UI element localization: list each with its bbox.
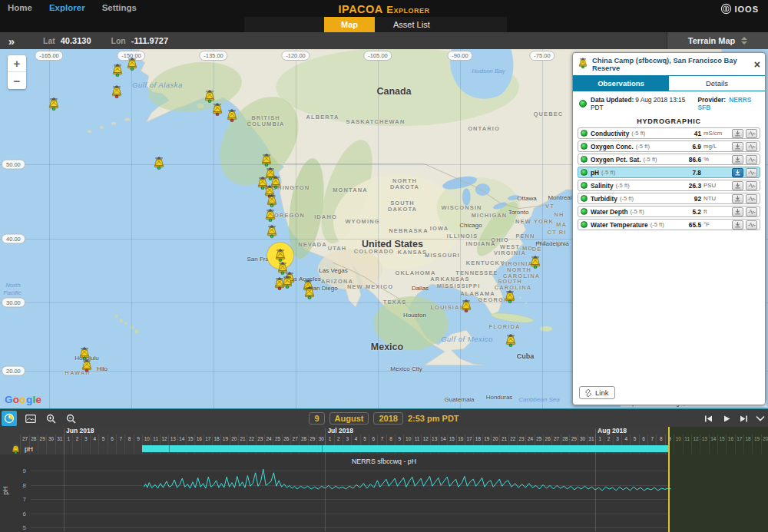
buoy-marker-selected[interactable] xyxy=(274,249,287,262)
year-selector[interactable]: 2018 xyxy=(373,412,402,425)
buoy-marker[interactable] xyxy=(78,347,91,360)
buoy-marker[interactable] xyxy=(111,64,124,77)
buoy-glyph xyxy=(78,347,91,360)
basemap-arrows-icon xyxy=(741,37,747,45)
ioos-logo: IOOS xyxy=(720,3,759,15)
download-button[interactable] xyxy=(732,142,743,151)
buoy-marker[interactable] xyxy=(504,290,517,303)
observation-row[interactable]: Oxygen Pct. Sat.(-5 ft)86.6% xyxy=(578,154,760,165)
observation-value: 7.8 xyxy=(678,169,701,177)
tab-asset-list[interactable]: Asset List xyxy=(375,17,449,32)
step-back-button[interactable] xyxy=(700,411,716,426)
buoy-marker[interactable] xyxy=(204,90,217,103)
timeseries-button[interactable] xyxy=(746,142,757,151)
observation-list: Conductivity(-5 ft)41mS/cmOxygen Conc.(-… xyxy=(573,127,765,230)
ipacoa-explorer-app: HomeExplorerSettings IPACOA Explorer IOO… xyxy=(0,0,768,532)
buoy-marker[interactable] xyxy=(264,209,277,222)
buoy-marker[interactable] xyxy=(529,256,542,269)
graticule-meridian xyxy=(378,49,379,408)
observation-name: pH xyxy=(591,169,599,177)
status-dot-icon xyxy=(581,130,588,137)
buoy-marker[interactable] xyxy=(211,103,224,116)
download-button[interactable] xyxy=(732,155,743,164)
timeseries-button[interactable] xyxy=(746,168,757,177)
observation-name: Water Depth xyxy=(591,208,628,216)
buoy-marker[interactable] xyxy=(303,286,316,299)
buoy-marker[interactable] xyxy=(505,334,518,347)
observation-row[interactable]: Water Depth(-5 ft)5.2ft xyxy=(578,206,760,217)
buoy-marker[interactable] xyxy=(281,276,294,289)
buoy-marker[interactable] xyxy=(111,85,124,98)
tab-map[interactable]: Map xyxy=(324,17,375,32)
app-title-sub: Explorer xyxy=(386,4,429,15)
buoy-marker[interactable] xyxy=(48,97,61,111)
longitude-tick: -165.00 xyxy=(35,51,63,61)
latitude-tick: 40.00 xyxy=(2,234,25,244)
download-icon xyxy=(734,208,741,215)
zoom-in-button[interactable]: + xyxy=(8,55,26,72)
download-button[interactable] xyxy=(732,220,743,230)
buoy-marker[interactable] xyxy=(266,194,279,207)
latitude-tick: 30.00 xyxy=(2,298,25,308)
buoy-glyph xyxy=(111,85,124,98)
map-zoom-control: + − xyxy=(8,55,26,89)
observation-row[interactable]: Conductivity(-5 ft)41mS/cm xyxy=(578,127,760,139)
buoy-glyph xyxy=(274,249,287,262)
link-button[interactable]: Link xyxy=(579,386,615,399)
observation-row[interactable]: pH(-5 ft)7.8 xyxy=(578,167,760,178)
buoy-marker[interactable] xyxy=(266,225,279,238)
timeline-chart-area[interactable]: 2728293031123456789101112131415161718192… xyxy=(0,427,768,532)
month-selector[interactable]: August xyxy=(329,412,369,425)
panel-tab-details[interactable]: Details xyxy=(669,76,765,91)
timeseries-icon xyxy=(748,222,756,228)
timeseries-button[interactable] xyxy=(746,155,757,164)
buoy-marker[interactable] xyxy=(226,109,239,122)
panel-tab-observations[interactable]: Observations xyxy=(573,76,669,91)
observation-value: 41 xyxy=(678,130,701,137)
buoy-marker[interactable] xyxy=(153,157,166,170)
download-button[interactable] xyxy=(732,181,743,190)
current-time-marker[interactable] xyxy=(668,427,670,532)
download-button[interactable] xyxy=(732,207,743,216)
timeseries-button[interactable] xyxy=(746,129,757,138)
download-button[interactable] xyxy=(732,168,743,177)
play-button[interactable] xyxy=(719,411,734,426)
day-selector[interactable]: 9 xyxy=(309,412,324,425)
graticule-meridian xyxy=(296,49,296,408)
buoy-glyph xyxy=(264,209,277,222)
buoy-glyph xyxy=(111,64,124,77)
observation-row[interactable]: Turbidity(-5 ft)92NTU xyxy=(578,193,760,204)
timeseries-button[interactable] xyxy=(746,207,757,216)
station-panel: China Camp (sfbccwq), San Francisco Bay … xyxy=(572,52,766,405)
buoy-marker[interactable] xyxy=(460,299,473,312)
observation-name: Water Temperature xyxy=(591,221,648,229)
timeseries-button[interactable] xyxy=(746,181,757,190)
timeseries-button[interactable] xyxy=(746,194,757,203)
buoy-marker[interactable] xyxy=(81,359,94,372)
graticule-meridian xyxy=(131,49,132,408)
download-button[interactable] xyxy=(732,129,743,138)
observation-row[interactable]: Oxygen Conc.(-5 ft)6.9mg/L xyxy=(578,140,760,152)
sidebar-expander-button[interactable]: » xyxy=(0,32,23,49)
collapse-timeline-button[interactable] xyxy=(753,411,768,426)
basemap-selector[interactable]: Terrain Map xyxy=(667,32,768,49)
buoy-marker[interactable] xyxy=(126,58,139,71)
app-title-main: IPACOA xyxy=(339,3,383,15)
graticule-meridian xyxy=(460,49,461,408)
observation-row[interactable]: Salinity(-5 ft)26.3PSU xyxy=(578,180,760,191)
download-icon xyxy=(734,221,741,228)
buoy-marker[interactable] xyxy=(260,154,273,167)
observation-unit: mS/cm xyxy=(703,130,730,137)
buoy-glyph xyxy=(460,299,473,312)
observation-row[interactable]: Water Temperature(-5 ft)65.5°F xyxy=(578,219,760,230)
download-button[interactable] xyxy=(732,194,743,203)
link-label: Link xyxy=(595,388,608,397)
observation-name: Turbidity xyxy=(591,195,617,203)
observation-name: Salinity xyxy=(591,182,614,190)
step-forward-button[interactable] xyxy=(736,411,751,426)
zoom-out-button[interactable]: − xyxy=(8,72,26,89)
close-icon[interactable]: × xyxy=(754,61,760,68)
timeseries-button[interactable] xyxy=(746,220,757,230)
observation-value: 65.5 xyxy=(678,221,701,229)
buoy-glyph xyxy=(153,157,166,170)
